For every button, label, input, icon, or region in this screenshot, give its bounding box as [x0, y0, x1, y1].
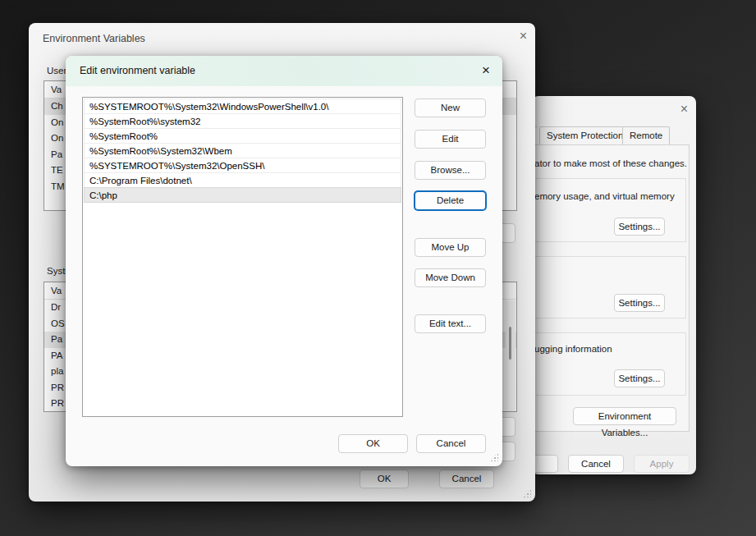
window-title: Environment Variables [43, 33, 145, 44]
sysprops-cancel-button[interactable]: Cancel [568, 455, 624, 473]
close-icon[interactable]: × [482, 63, 490, 78]
performance-settings-button[interactable]: Settings... [614, 218, 665, 236]
system-properties-window: × System Protection Remote ator to make … [532, 96, 696, 474]
path-entry[interactable]: %SystemRoot%\system32 [84, 113, 401, 129]
tab-system-protection[interactable]: System Protection [539, 126, 630, 145]
path-entry[interactable]: %SystemRoot% [84, 128, 401, 144]
close-icon[interactable]: × [520, 30, 527, 43]
startup-description-text: ugging information [534, 344, 612, 354]
env-cancel-button[interactable]: Cancel [439, 470, 494, 488]
env-ok-button[interactable]: OK [360, 470, 409, 488]
user-profiles-settings-button[interactable]: Settings... [614, 294, 665, 312]
desktop-background: × System Protection Remote ator to make … [0, 0, 756, 536]
path-entry[interactable]: %SYSTEMROOT%\System32\WindowsPowerShell\… [84, 98, 401, 114]
edit-text-button[interactable]: Edit text... [415, 314, 486, 333]
path-entry[interactable]: C:\Program Files\dotnet\ [84, 172, 401, 188]
delete-button[interactable]: Delete [415, 191, 486, 210]
edit-button[interactable]: Edit [415, 130, 486, 149]
ok-button[interactable]: OK [338, 434, 408, 453]
browse-button[interactable]: Browse... [415, 161, 486, 180]
move-up-button[interactable]: Move Up [415, 238, 486, 257]
vertical-scrollbar[interactable] [506, 300, 515, 411]
resize-grip-icon[interactable] [522, 488, 531, 497]
sysprops-ok-button-partial[interactable] [532, 455, 558, 473]
scrollbar-thumb[interactable] [509, 327, 511, 360]
dialog-title: Edit environment variable [80, 65, 195, 76]
path-entries-list[interactable]: %SYSTEMROOT%\System32\WindowsPowerShell\… [82, 97, 403, 417]
admin-note-text: ator to make most of these changes. [534, 158, 687, 168]
sysprops-apply-button: Apply [634, 455, 690, 473]
new-button[interactable]: New [415, 98, 486, 117]
path-entry-selected[interactable]: C:\php [84, 187, 401, 203]
edit-environment-variable-dialog: Edit environment variable × %SYSTEMROOT%… [66, 56, 502, 466]
path-entry[interactable]: %SYSTEMROOT%\System32\OpenSSH\ [84, 158, 401, 173]
tab-remote[interactable]: Remote [622, 126, 670, 145]
path-entry[interactable]: %SystemRoot%\System32\Wbem [84, 143, 401, 158]
performance-description-text: emory usage, and virtual memory [534, 191, 675, 201]
startup-settings-button[interactable]: Settings... [614, 369, 665, 387]
cancel-button[interactable]: Cancel [416, 434, 486, 453]
user-variables-label: User [47, 66, 66, 76]
move-down-button[interactable]: Move Down [415, 268, 486, 287]
environment-variables-button[interactable]: Environment Variables... [573, 407, 676, 425]
resize-grip-icon[interactable] [489, 452, 498, 461]
close-icon[interactable]: × [680, 103, 688, 116]
